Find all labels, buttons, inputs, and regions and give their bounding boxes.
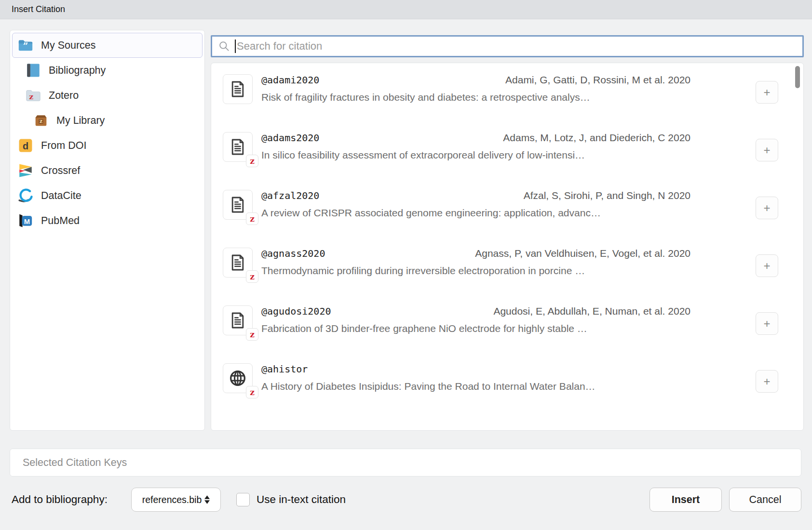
citation-result-row[interactable]: z @agudosi2020 Agudosi, E, Abdullah, E, …: [211, 299, 803, 357]
zotero-library-icon: z: [33, 112, 49, 129]
citation-key: @adams2020: [261, 132, 319, 144]
svg-text:”: ”: [23, 41, 28, 51]
search-icon: [218, 40, 230, 53]
sidebar-item-label: PubMed: [41, 215, 80, 227]
citation-authors: Adams, M, Lotz, J, and Diederich, C 2020: [503, 132, 690, 144]
search-box: [211, 35, 804, 57]
insert-citation-dialog: Insert Citation ” My Sources Bibliograph…: [0, 0, 812, 530]
sidebar-item-my-sources[interactable]: ” My Sources: [12, 33, 203, 58]
add-citation-button[interactable]: +: [756, 312, 778, 335]
add-to-bibliography-label: Add to bibliography:: [12, 493, 108, 506]
sidebar-item-label: Crossref: [41, 165, 80, 177]
add-citation-button[interactable]: +: [756, 81, 778, 104]
add-citation-button[interactable]: +: [756, 197, 778, 219]
source-type-icon-box: [223, 74, 253, 104]
citation-result-row[interactable]: z @agnass2020 Agnass, P, van Veldhuisen,…: [211, 241, 803, 299]
article-icon: [228, 195, 247, 214]
sidebar-item-pubmed[interactable]: M PubMed: [12, 208, 203, 233]
citation-key: @ahistor: [261, 363, 308, 375]
citation-authors: Agnass, P, van Veldhuisen, E, Vogel, et …: [475, 248, 690, 259]
article-icon: [228, 311, 247, 330]
my-sources-folder-icon: ”: [17, 37, 34, 53]
citation-title: Risk of fragility fractures in obesity a…: [261, 92, 690, 103]
add-citation-button[interactable]: +: [756, 254, 778, 277]
sidebar-item-label: My Sources: [41, 40, 96, 52]
source-type-icon-box: z: [223, 363, 253, 393]
article-icon: [228, 137, 247, 157]
use-in-text-citation-label: Use in-text citation: [257, 493, 346, 506]
search-input[interactable]: [236, 37, 802, 56]
doi-icon: d: [17, 137, 34, 154]
add-citation-button[interactable]: +: [756, 370, 778, 393]
scrollbar-thumb[interactable]: [795, 66, 800, 88]
citation-title: Thermodynamic profiling during irreversi…: [261, 265, 690, 277]
zotero-folder-icon: z: [25, 87, 41, 104]
cancel-button[interactable]: Cancel: [729, 488, 801, 512]
zotero-badge-icon: z: [246, 212, 258, 225]
selected-citation-keys-box: [10, 449, 801, 477]
zotero-badge-icon: z: [246, 155, 258, 167]
selected-citation-keys-input[interactable]: [10, 449, 801, 476]
select-stepper-icon: [204, 495, 210, 504]
dialog-titlebar: Insert Citation: [0, 0, 812, 19]
citation-authors: Adami, G, Gatti, D, Rossini, M et al. 20…: [505, 74, 690, 86]
citation-authors: Agudosi, E, Abdullah, E, Numan, et al. 2…: [493, 305, 690, 317]
citation-key: @adami2020: [261, 74, 319, 86]
svg-text:z: z: [29, 92, 33, 101]
citation-authors: Afzal, S, Sirohi, P, and Singh, N 2020: [524, 190, 690, 201]
svg-text:d: d: [23, 141, 28, 151]
citation-title: Fabrication of 3D binder-free graphene N…: [261, 323, 690, 334]
sidebar-item-label: DataCite: [41, 190, 81, 202]
zotero-badge-icon: z: [246, 270, 258, 283]
datacite-icon: [17, 187, 34, 204]
crossref-icon: [17, 162, 34, 179]
citation-title: A review of CRISPR associated genome eng…: [261, 207, 690, 219]
add-citation-button[interactable]: +: [756, 139, 778, 161]
bibliography-file-select[interactable]: references.bib: [131, 488, 221, 512]
citation-results-list: @adami2020 Adami, G, Gatti, D, Rossini, …: [211, 63, 804, 431]
zotero-badge-icon: z: [246, 328, 258, 341]
citation-result-row[interactable]: @adami2020 Adami, G, Gatti, D, Rossini, …: [211, 67, 803, 125]
pubmed-icon: M: [17, 212, 34, 229]
dialog-title: Insert Citation: [12, 4, 65, 14]
article-icon: [228, 253, 247, 272]
source-type-icon-box: z: [223, 248, 253, 278]
sources-sidebar: ” My Sources Bibliography z Zotero z My …: [10, 30, 205, 431]
citation-result-row[interactable]: z @afzal2020 Afzal, S, Sirohi, P, and Si…: [211, 183, 803, 241]
citation-title: In silico feasibility assessment of extr…: [261, 149, 690, 161]
web-globe-icon: [228, 369, 247, 388]
citation-key: @afzal2020: [261, 190, 319, 201]
svg-text:z: z: [40, 118, 42, 124]
source-type-icon-box: z: [223, 305, 253, 335]
sidebar-item-label: Bibliography: [49, 65, 106, 77]
use-in-text-citation-checkbox[interactable]: [236, 493, 250, 506]
sidebar-item-zotero[interactable]: z Zotero: [12, 83, 203, 108]
zotero-badge-icon: z: [246, 386, 258, 398]
citation-title: A History of Diabetes Insipidus: Paving …: [261, 381, 690, 392]
source-type-icon-box: z: [223, 132, 253, 162]
citation-result-row[interactable]: z @adams2020 Adams, M, Lotz, J, and Died…: [211, 125, 803, 183]
bibliography-file-value: references.bib: [142, 494, 202, 505]
sidebar-item-my-library[interactable]: z My Library: [12, 108, 203, 133]
sidebar-item-label: From DOI: [41, 140, 86, 152]
svg-text:M: M: [24, 218, 30, 225]
insert-button[interactable]: Insert: [650, 488, 722, 512]
citation-key: @agnass2020: [261, 248, 325, 259]
citation-key: @agudosi2020: [261, 305, 331, 317]
sidebar-item-datacite[interactable]: DataCite: [12, 183, 203, 208]
book-icon: [25, 62, 41, 79]
dialog-footer: Add to bibliography: references.bib Use …: [0, 485, 812, 518]
sidebar-item-label: Zotero: [49, 90, 79, 102]
citation-result-row[interactable]: z @ahistor A History of Diabetes Insipid…: [211, 357, 803, 414]
sidebar-item-label: My Library: [56, 115, 105, 127]
sidebar-item-bibliography[interactable]: Bibliography: [12, 58, 203, 83]
source-type-icon-box: z: [223, 190, 253, 220]
article-icon: [228, 80, 247, 99]
sidebar-item-crossref[interactable]: Crossref: [12, 158, 203, 183]
sidebar-item-from-doi[interactable]: d From DOI: [12, 133, 203, 158]
